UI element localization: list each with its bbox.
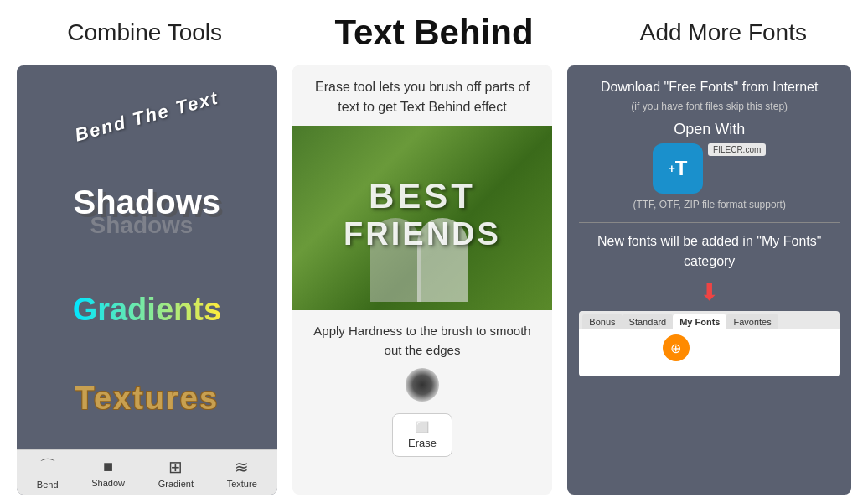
eraser-icon: ⬜	[416, 421, 429, 433]
erase-description: Erase tool lets you brush off parts of t…	[292, 65, 553, 126]
icon-style[interactable]: ◈ Style	[602, 334, 623, 373]
bend-icon: ⌒	[39, 455, 56, 478]
left-panel: Bend The Text Shadows Shadows Gradients …	[17, 65, 277, 495]
textures-text: Textures	[75, 381, 220, 417]
erase-label: Erase	[408, 437, 437, 449]
photo-area: BEST FRIENDS	[292, 126, 553, 310]
photo-overlay: BEST FRIENDS	[344, 176, 501, 252]
middle-header: Text Behind	[289, 13, 578, 53]
toolbar-gradient[interactable]: ⊞ Gradient	[158, 457, 194, 489]
app-icon: + T	[653, 143, 703, 194]
texture-label: Texture	[227, 479, 257, 489]
color-icon: ◉	[731, 334, 750, 353]
app-plus: +	[669, 162, 675, 175]
bottom-icons-bar: ◈ Style ⊕ Format ◉ Color ○ Stroke	[579, 329, 840, 376]
texture-icon: ≋	[235, 457, 249, 477]
format-support-text: (TTF, OTF, ZIP file format support)	[579, 199, 840, 210]
left-title: Combine Tools	[67, 19, 222, 46]
gradients-text: Gradients	[73, 292, 221, 328]
style-icon: ◈	[603, 334, 622, 353]
bent-text: Bend The Text	[73, 86, 221, 146]
toolbar-bend[interactable]: ⌒ Bend	[37, 455, 59, 490]
right-title: Add More Fonts	[640, 19, 807, 46]
format-icon: ⊕	[663, 334, 690, 361]
download-text: Download "Free Fonts" from Internet	[579, 77, 840, 97]
icon-color[interactable]: ◉ Color	[729, 334, 751, 373]
divider	[579, 222, 840, 223]
icon-format[interactable]: ⊕ Format	[661, 334, 690, 373]
erase-btn-area: ⬜ Erase	[292, 407, 553, 467]
tab-my-fonts[interactable]: My Fonts	[673, 314, 726, 329]
new-fonts-text: New fonts will be added in "My Fonts" ca…	[579, 231, 840, 272]
tab-bonus[interactable]: Bonus	[582, 314, 622, 329]
filecr-badge: FILECR.com	[708, 143, 766, 156]
open-with-label: Open With	[579, 121, 840, 138]
best-text: BEST	[344, 176, 501, 216]
right-panel: Download "Free Fonts" from Internet (if …	[567, 65, 851, 495]
icon-stroke[interactable]: ○ Stroke	[790, 334, 817, 373]
right-header: Add More Fonts	[579, 19, 868, 46]
gradient-label: Gradient	[158, 479, 194, 489]
friends-text: FRIENDS	[344, 216, 501, 252]
gradient-icon: ⊞	[168, 457, 183, 477]
hardness-description: Apply Hardness to the brush to smooth ou…	[292, 310, 553, 368]
app-t: T	[675, 157, 688, 180]
middle-panel: Erase tool lets you brush off parts of t…	[292, 65, 553, 495]
tab-favorites[interactable]: Favorites	[726, 314, 778, 329]
toolbar-shadow[interactable]: ■ Shadow	[91, 457, 125, 488]
panels-row: Bend The Text Shadows Shadows Gradients …	[0, 65, 868, 503]
tab-standard[interactable]: Standard	[623, 314, 674, 329]
bend-label: Bend	[37, 480, 59, 490]
skip-text: (if you have font files skip this step)	[579, 101, 840, 112]
left-header: Combine Tools	[0, 19, 289, 46]
left-panel-content: Bend The Text Shadows Shadows Gradients …	[17, 65, 277, 449]
toolbar-texture[interactable]: ≋ Texture	[227, 457, 257, 489]
header-row: Combine Tools Text Behind Add More Fonts	[0, 0, 868, 65]
arrow-down-icon: ⬇	[579, 278, 840, 306]
tabs-bar: Bonus Standard My Fonts Favorites	[579, 311, 840, 329]
left-toolbar: ⌒ Bend ■ Shadow ⊞ Gradient ≋ Texture	[17, 449, 277, 495]
stroke-icon: ○	[794, 334, 813, 353]
middle-title: Text Behind	[334, 13, 533, 53]
app-icon-row: + T FILECR.com	[579, 143, 840, 194]
erase-button[interactable]: ⬜ Erase	[392, 413, 452, 457]
brush-preview	[406, 368, 439, 402]
shadows-group: Shadows Shadows	[74, 184, 221, 239]
shadow-label: Shadow	[91, 478, 125, 488]
shadow-icon: ■	[103, 457, 113, 476]
